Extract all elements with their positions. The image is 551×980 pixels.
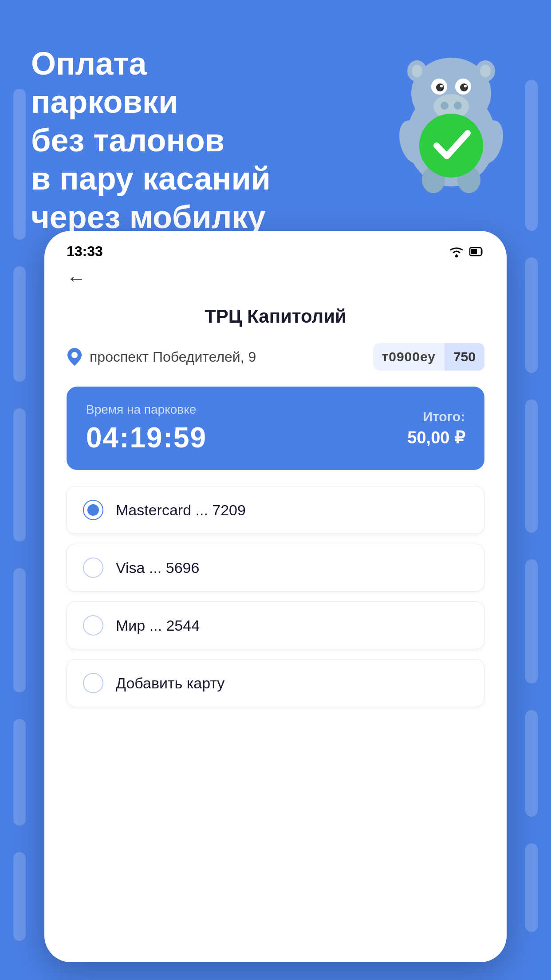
hero-section: Оплата парковки без талонов в пару касан… [0, 0, 551, 257]
svg-point-20 [455, 255, 458, 257]
svg-point-8 [436, 83, 444, 91]
status-bar: 13:33 [44, 231, 507, 264]
hero-text: Оплата парковки без талонов в пару касан… [31, 44, 288, 236]
timer-value: 04:19:59 [86, 421, 207, 454]
timer-card: Время на парковке 04:19:59 Итого: 50,00 … [67, 387, 484, 470]
svg-rect-22 [471, 249, 477, 254]
payment-option-mastercard[interactable]: Mastercard ... 7209 [67, 486, 484, 534]
svg-point-4 [412, 65, 422, 77]
location-row: проспект Победителей, 9 т0900еу 750 [67, 343, 484, 371]
phone-mockup: 13:33 ← ТРЦ Капитолий [44, 231, 507, 962]
location-address: проспект Победителей, 9 [67, 347, 256, 367]
timer-left: Время на парковке 04:19:59 [86, 403, 207, 454]
phone-content: ← ТРЦ Капитолий проспект Победителей, 9 … [44, 264, 507, 739]
status-icons [448, 245, 484, 258]
location-pin-icon [67, 347, 83, 367]
payment-label-mastercard: Mastercard ... 7209 [116, 502, 246, 519]
total-value: 50,00 ₽ [407, 428, 465, 447]
svg-point-13 [441, 102, 449, 110]
radio-visa [83, 557, 103, 578]
svg-point-23 [71, 352, 78, 358]
radio-add-card [83, 673, 103, 693]
plate-number: 750 [445, 343, 484, 371]
radio-mir [83, 615, 103, 636]
address-text: проспект Победителей, 9 [90, 349, 256, 365]
payment-option-visa[interactable]: Visa ... 5696 [67, 544, 484, 592]
payment-option-add-card[interactable]: Добавить карту [67, 659, 484, 707]
payment-label-mir: Мир ... 2544 [116, 617, 200, 634]
payment-options-list: Mastercard ... 7209Visa ... 5696Мир ... … [67, 486, 484, 707]
wifi-icon [448, 245, 465, 258]
svg-point-14 [454, 102, 462, 110]
svg-point-10 [440, 85, 443, 87]
plate-text: т0900еу [373, 343, 445, 371]
status-time: 13:33 [67, 243, 103, 260]
svg-point-11 [464, 85, 467, 87]
timer-right: Итого: 50,00 ₽ [407, 409, 465, 447]
back-button[interactable]: ← [67, 269, 484, 288]
payment-label-visa: Visa ... 5696 [116, 559, 199, 577]
timer-label: Время на парковке [86, 403, 207, 417]
svg-point-5 [480, 65, 491, 77]
location-title: ТРЦ Капитолий [67, 306, 484, 327]
total-label: Итого: [407, 409, 465, 424]
battery-icon [469, 245, 484, 258]
radio-mastercard [83, 500, 103, 520]
back-arrow-icon: ← [67, 269, 86, 288]
license-plate: т0900еу 750 [373, 343, 484, 371]
svg-point-19 [419, 114, 483, 178]
mascot-hippo [382, 36, 520, 195]
payment-label-add-card: Добавить карту [116, 675, 224, 692]
svg-point-9 [460, 83, 468, 91]
payment-option-mir[interactable]: Мир ... 2544 [67, 601, 484, 649]
